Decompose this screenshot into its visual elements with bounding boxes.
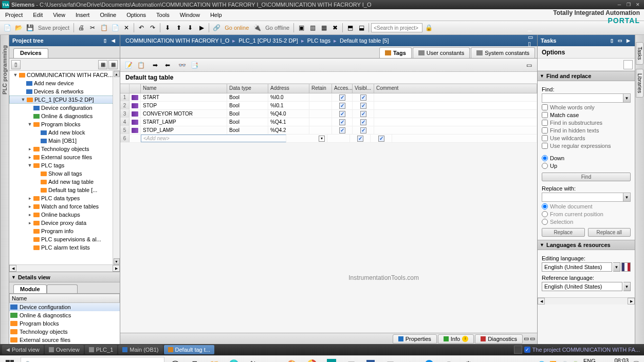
compile-button[interactable]: ⬇ <box>162 23 173 33</box>
tree-expand-icon[interactable]: ▸ <box>27 204 33 209</box>
status-icon-1[interactable] <box>514 346 522 354</box>
find-button[interactable]: Find <box>542 173 631 181</box>
copy-button[interactable]: 📋 <box>99 23 109 33</box>
tree-expand-icon[interactable]: ▸ <box>27 220 33 225</box>
clock[interactable]: 08:03 02-06-2020 <box>600 357 629 362</box>
cut-button[interactable]: ✂ <box>87 23 98 33</box>
tag-address-cell[interactable]: %Q4.1 <box>268 118 309 126</box>
tree-node[interactable]: Device configuration <box>9 104 120 112</box>
hidden-texts-checkbox[interactable] <box>542 127 548 134</box>
ed-tool-5[interactable]: 👓 <box>177 60 187 70</box>
details-row[interactable]: Program blocks <box>9 319 120 328</box>
replace-dropdown-icon[interactable]: ▼ <box>623 193 630 201</box>
tree-expand-icon[interactable]: ▼ <box>27 163 33 168</box>
menu-options[interactable]: Options <box>121 9 151 21</box>
find-input[interactable]: ▼ <box>542 93 631 103</box>
col-comment[interactable]: Comment <box>374 84 537 93</box>
find-replace-header[interactable]: ▼ Find and replace <box>538 71 635 81</box>
tree-node[interactable]: Default tag table [... <box>9 186 120 194</box>
paint-button[interactable]: 🎨 <box>283 356 302 362</box>
col-address[interactable]: Address <box>268 84 309 93</box>
maximize-button[interactable]: ❐ <box>624 1 633 8</box>
tag-comment-cell[interactable] <box>374 102 537 109</box>
tab-user-constants[interactable]: User constants <box>413 47 470 58</box>
replace-all-button[interactable]: Replace all <box>588 228 631 237</box>
tasks-pin-button[interactable]: ▶ <box>624 37 632 44</box>
add-new-row[interactable]: 6 <Add new> ▾ <box>120 135 537 143</box>
tab-devices[interactable]: Devices <box>13 48 48 58</box>
tab-info[interactable]: Info ! <box>438 334 474 344</box>
add-new-placeholder[interactable]: <Add new> <box>141 135 286 142</box>
tree-node[interactable]: Program info <box>9 227 120 235</box>
tag-address-cell[interactable]: %I0.0 <box>268 93 309 101</box>
tag-row[interactable]: 3 CONVEYOR MOTOR Bool %Q4.0 <box>120 110 537 118</box>
paste-button[interactable]: 📄 <box>110 23 120 33</box>
tag-datatype-cell[interactable]: Bool <box>227 110 268 118</box>
tree-tool-3[interactable]: ▦ <box>108 60 118 69</box>
tree-node[interactable]: ▸Device proxy data <box>9 219 120 227</box>
tree-node[interactable]: ▸Watch and force tables <box>9 202 120 211</box>
visible-checkbox[interactable] <box>360 127 366 134</box>
tag-row[interactable]: 2 STOP Bool %I0.1 <box>120 102 537 110</box>
redo-button[interactable]: ↷ <box>148 23 158 33</box>
ed-tool-export[interactable]: ▭ <box>524 60 534 70</box>
ed-tool-4[interactable]: ⬅ <box>162 60 173 70</box>
tree-node[interactable]: ▼Program blocks <box>9 120 120 128</box>
tag-datatype-cell[interactable]: Bool <box>227 118 268 126</box>
sb-tagtable[interactable]: Default tag t... <box>164 345 214 354</box>
menu-online[interactable]: Online <box>95 9 121 21</box>
tool-button-1[interactable]: ▣ <box>296 23 306 33</box>
task-view-button[interactable]: ⧉ <box>185 356 205 362</box>
accessible-checkbox[interactable] <box>339 119 345 125</box>
tree-node[interactable]: ▸External source files <box>9 153 120 161</box>
tab-module[interactable]: Module <box>13 284 47 293</box>
wildcards-checkbox[interactable] <box>542 135 548 141</box>
tasks-collapse-button[interactable]: ▯ <box>608 37 615 44</box>
mail-button[interactable]: ✉ <box>263 356 283 362</box>
ed-tool-6[interactable]: 📑 <box>189 60 199 70</box>
tree-node[interactable]: ▸Technology objects <box>9 145 120 153</box>
editing-lang-select[interactable]: English (United States) <box>542 262 612 272</box>
reference-lang-dropdown-icon[interactable]: ▼ <box>623 282 631 291</box>
tag-name-cell[interactable]: CONVEYOR MOTOR <box>141 110 227 118</box>
go-offline-label[interactable]: Go offline <box>263 25 291 31</box>
details-row[interactable]: Online & diagnostics <box>9 311 120 319</box>
menu-edit[interactable]: Edit <box>28 9 48 21</box>
visible-checkbox[interactable] <box>360 119 366 125</box>
portal-view-button[interactable]: ◀Portal view <box>2 345 44 354</box>
substructures-checkbox[interactable] <box>542 120 548 126</box>
tag-comment-cell[interactable] <box>374 126 537 134</box>
accessible-checkbox[interactable] <box>339 94 345 101</box>
tree-expand-icon[interactable]: ▸ <box>27 212 33 217</box>
simulate-button[interactable]: ▶ <box>196 23 207 33</box>
from-current-radio[interactable] <box>542 211 548 217</box>
go-online-label[interactable]: Go online <box>223 25 251 31</box>
replace-button[interactable]: Replace <box>542 228 585 237</box>
tab-diagnostics[interactable]: Diagnostics <box>475 334 523 344</box>
download-button[interactable]: ⬆ <box>174 23 184 33</box>
tree-node[interactable]: ▸PLC data types <box>9 194 120 202</box>
replace-input[interactable]: ▼ <box>542 193 631 202</box>
tag-comment-cell[interactable] <box>374 93 537 101</box>
accessible-checkbox[interactable] <box>339 103 345 109</box>
tag-comment-cell[interactable] <box>374 118 537 126</box>
tab-tags[interactable]: Tags <box>379 47 412 58</box>
open-project-button[interactable]: 📂 <box>13 23 24 33</box>
acc-checkbox[interactable] <box>357 136 363 142</box>
vtab-tasks[interactable]: Tasks <box>636 42 643 65</box>
tree-expand-icon[interactable]: ▼ <box>27 122 33 127</box>
options-tool-button[interactable] <box>623 60 633 69</box>
tag-datatype-cell[interactable]: Bool <box>227 93 268 101</box>
tree-node[interactable]: ▼PLC tags <box>9 161 120 169</box>
ed-tool-1[interactable]: 📝 <box>123 60 134 70</box>
details-row[interactable]: External source files <box>9 336 120 344</box>
windows-search-input[interactable]: 🔍Type here to search <box>21 357 164 362</box>
bc-plc[interactable]: PLC_1 [CPU 315-2 DP] <box>237 37 299 44</box>
tree-tool-1[interactable]: ▯ <box>11 60 21 69</box>
app-button-5[interactable]: ⚙ <box>458 356 478 362</box>
minimize-button[interactable]: ─ <box>615 1 623 8</box>
tree-node[interactable]: ▼PLC_1 [CPU 315-2 DP] <box>9 96 120 104</box>
tag-address-cell[interactable]: %Q4.0 <box>268 110 309 118</box>
go-online-icon[interactable]: 🔗 <box>211 23 222 33</box>
tree-node[interactable]: PLC supervisions & al... <box>9 235 120 243</box>
